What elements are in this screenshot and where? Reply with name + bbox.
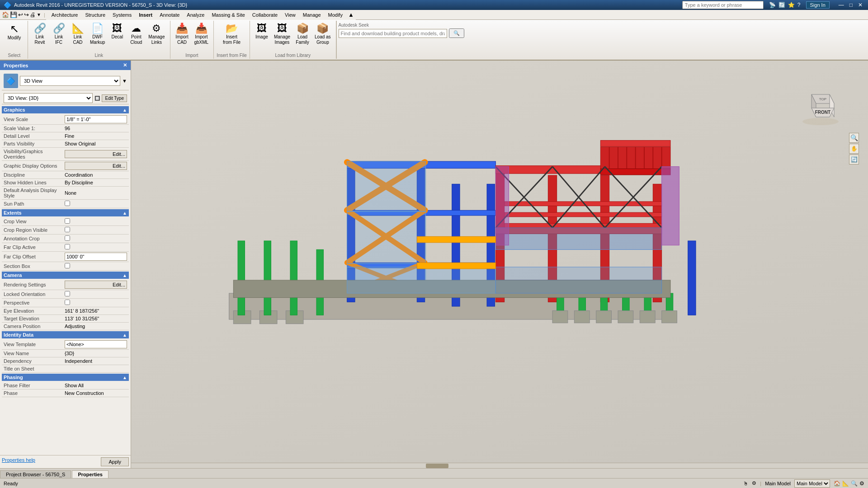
tab-properties[interactable]: Properties xyxy=(72,470,108,478)
minimize-button[interactable]: — xyxy=(837,2,846,8)
ribbon-btn-manage-images[interactable]: 🖼 ManageImages xyxy=(272,22,292,47)
menu-manage[interactable]: Manage xyxy=(299,11,325,19)
menu-view[interactable]: View xyxy=(281,11,299,19)
section-graphics[interactable]: Graphics ▲ xyxy=(2,106,129,113)
insert-file-icon: 📂 xyxy=(226,23,238,33)
prop-checkbox-perspective[interactable] xyxy=(65,300,70,305)
communicate-icon[interactable]: 📡 xyxy=(769,2,776,8)
apply-button[interactable]: Apply xyxy=(101,457,129,466)
prop-checkbox-sun-path[interactable] xyxy=(65,201,70,206)
properties-footer: Properties help Apply xyxy=(0,455,131,468)
ribbon: ↖ Modify Select 🔗 LinkRevit 🔗 LinkIFC 📐 … xyxy=(0,20,868,61)
prop-row-parts-visibility: Parts Visibility Show Original xyxy=(2,140,129,148)
ribbon-btn-manage-links[interactable]: ⚙ ManageLinks xyxy=(146,22,167,47)
prop-row-phase-filter: Phase Filter Show All xyxy=(2,382,129,389)
ribbon-toggle[interactable]: ▲ xyxy=(348,11,354,18)
qa-open-icon[interactable]: 🏠 xyxy=(2,11,9,18)
properties-panel: Properties ✕ 🔷 3D View ▼ 3D View: {3D} 🔲… xyxy=(0,61,131,468)
properties-close-icon[interactable]: ✕ xyxy=(123,62,127,68)
menu-annotate[interactable]: Annotate xyxy=(156,11,183,19)
ribbon-btn-load-family[interactable]: 📦 LoadFamily xyxy=(293,22,311,47)
ribbon-btn-load-group[interactable]: 📦 Load asGroup xyxy=(312,22,333,47)
prop-checkbox-section-box[interactable] xyxy=(65,263,70,268)
nav-pan[interactable]: ✋ xyxy=(849,144,859,154)
section-phasing[interactable]: Phasing ▲ xyxy=(2,374,129,381)
title-text: Autodesk Revit 2016 - UNREGISTERED VERSI… xyxy=(14,2,187,8)
prop-checkbox-crop-region-visible[interactable] xyxy=(65,227,70,232)
prop-val-hidden-lines: By Discipline xyxy=(63,179,129,187)
qa-save-icon[interactable]: 💾 xyxy=(10,11,17,18)
section-graphics-arrow: ▲ xyxy=(123,108,127,113)
sync-icon[interactable]: 🔄 xyxy=(778,2,785,8)
prop-row-rendering-settings: Rendering Settings Edit... xyxy=(2,280,129,290)
ribbon-btn-dwf[interactable]: 📄 DWFMarkup xyxy=(88,22,107,47)
properties-help-link[interactable]: Properties help xyxy=(2,457,35,466)
ribbon-btn-import-cad[interactable]: 📥 ImportCAD xyxy=(173,22,191,47)
menu-modify[interactable]: Modify xyxy=(325,11,346,19)
section-extents[interactable]: Extents ▲ xyxy=(2,209,129,216)
prop-val-scale-value: 96 xyxy=(63,125,129,132)
menu-collaborate[interactable]: Collaborate xyxy=(249,11,281,19)
maximize-button[interactable]: □ xyxy=(848,2,854,8)
prop-row-phase: Phase New Construction xyxy=(2,389,129,397)
prop-btn-graphic-display[interactable]: Edit... xyxy=(65,162,127,170)
sign-in-button[interactable]: Sign In xyxy=(806,1,830,9)
ribbon-group-load-library: 🖼 Image 🖼 ManageImages 📦 LoadFamily 📦 Lo… xyxy=(250,21,336,59)
ribbon-btn-link-cad[interactable]: 📐 LinkCAD xyxy=(69,22,87,47)
status-icon-3[interactable]: 🔍 xyxy=(851,480,858,487)
status-icon-2[interactable]: 📐 xyxy=(842,480,849,487)
type-dropdown[interactable]: 3D View xyxy=(20,76,120,86)
menu-structure[interactable]: Structure xyxy=(81,11,109,19)
status-icon-1[interactable]: 🏠 xyxy=(834,480,840,487)
menu-insert[interactable]: Insert xyxy=(135,11,156,19)
status-icon-4[interactable]: ⚙ xyxy=(859,480,864,487)
menu-systems[interactable]: Systems xyxy=(109,11,135,19)
tab-project-browser[interactable]: Project Browser - 56750_S xyxy=(0,470,71,478)
prop-checkbox-locked-orientation[interactable] xyxy=(65,291,70,296)
ribbon-btn-link-ifc[interactable]: 🔗 LinkIFC xyxy=(50,22,68,47)
type-icon: 🔷 xyxy=(4,74,18,88)
prop-checkbox-crop-view[interactable] xyxy=(65,218,70,224)
prop-btn-rendering-settings[interactable]: Edit... xyxy=(65,281,127,289)
qa-undo-icon[interactable]: ↩ xyxy=(18,11,23,18)
prop-checkbox-annotation-crop[interactable] xyxy=(65,235,70,241)
prop-btn-vg-overrides[interactable]: Edit... xyxy=(65,150,127,158)
viewcube[interactable]: FRONT TOP xyxy=(800,88,841,128)
menu-architecture[interactable]: Architecture xyxy=(48,11,82,19)
ribbon-btn-link-revit[interactable]: 🔗 LinkRevit xyxy=(31,22,49,47)
ribbon-btn-modify[interactable]: ↖ Modify xyxy=(5,22,24,42)
seek-search-button[interactable]: 🔍 xyxy=(449,28,464,38)
prop-row-camera-position: Camera Position Adjusting xyxy=(2,323,129,330)
seek-input[interactable] xyxy=(339,29,447,38)
prop-label-view-template: View Template xyxy=(2,339,63,350)
qa-print-icon[interactable]: 🖨 xyxy=(30,11,36,18)
edit-type-button[interactable]: Edit Type xyxy=(102,94,127,102)
prop-input-view-template[interactable] xyxy=(65,340,127,348)
help-icon[interactable]: ? xyxy=(797,2,801,8)
status-model-dropdown[interactable]: Main Model xyxy=(794,479,830,488)
menu-massing[interactable]: Massing & Site xyxy=(208,11,248,19)
ribbon-btn-image[interactable]: 🖼 Image xyxy=(253,22,271,42)
view-dropdown[interactable]: 3D View: {3D} xyxy=(4,93,93,103)
close-button[interactable]: ✕ xyxy=(856,2,864,8)
qa-dropdown-icon[interactable]: ▼ xyxy=(37,12,41,17)
prop-label-discipline: Discipline xyxy=(2,171,63,179)
nav-zoom-in[interactable]: 🔍 xyxy=(849,133,859,143)
star-icon[interactable]: ⭐ xyxy=(788,2,795,8)
menu-analyze[interactable]: Analyze xyxy=(183,11,208,19)
ribbon-btn-point-cloud[interactable]: ☁ PointCloud xyxy=(127,22,145,47)
ribbon-btn-insert-file[interactable]: 📂 Insertfrom File xyxy=(221,22,243,47)
search-box[interactable] xyxy=(682,1,764,9)
prop-checkbox-far-clip-active[interactable] xyxy=(65,244,70,249)
scroll-h-bar[interactable] xyxy=(131,463,868,468)
section-camera[interactable]: Camera ▲ xyxy=(2,272,129,279)
section-identity[interactable]: Identity Data ▲ xyxy=(2,331,129,338)
ribbon-btn-decal[interactable]: 🖼 Decal xyxy=(108,22,126,42)
viewport[interactable]: FRONT TOP 🔍 ✋ 🔄 xyxy=(131,61,868,468)
prop-input-far-clip-offset[interactable] xyxy=(65,253,127,261)
prop-input-view-scale[interactable] xyxy=(65,115,127,123)
nav-orbit[interactable]: 🔄 xyxy=(849,155,859,164)
ribbon-btn-import-gbxml[interactable]: 📥 ImportgbXML xyxy=(192,22,211,47)
qa-redo-icon[interactable]: ↪ xyxy=(24,11,29,18)
prop-row-far-clip-active: Far Clip Active xyxy=(2,243,129,252)
